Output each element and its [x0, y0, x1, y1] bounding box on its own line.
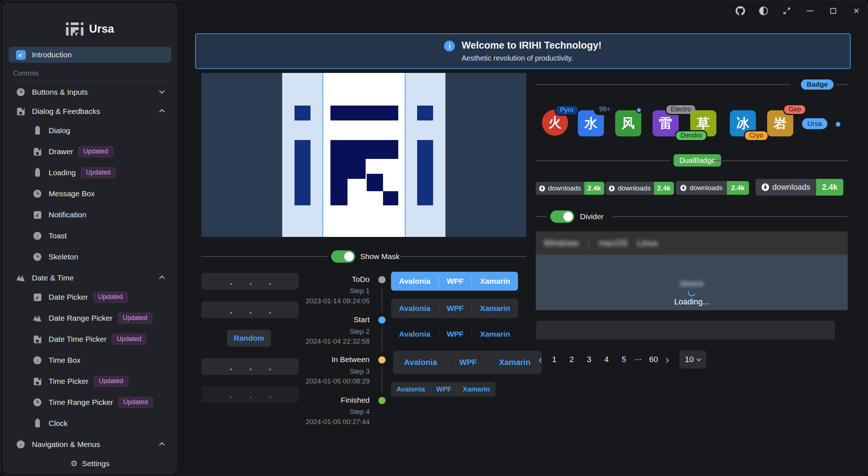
sidebar-item-date-time-picker[interactable]: Date Time PickerUpdated: [9, 331, 171, 347]
timeline-connector: [382, 287, 382, 313]
sidebar-group-label-text: Controls: [13, 69, 39, 77]
group-button-wpf[interactable]: WPF: [448, 358, 488, 367]
sidebar-item-label: Skeleton: [49, 253, 78, 261]
sidebar-item-date-range-picker[interactable]: Date Range PickerUpdated: [9, 310, 171, 326]
battery-icon: [32, 420, 43, 427]
titlebar: ×: [734, 5, 863, 17]
group-button-avalonia[interactable]: Avalonia: [391, 385, 431, 393]
ursa-badge-pill: Ursa: [802, 118, 827, 129]
minimize-icon[interactable]: [804, 5, 816, 17]
github-icon[interactable]: [734, 5, 746, 17]
dot-separator: [230, 369, 232, 370]
group-button-xamarin[interactable]: Xamarin: [472, 330, 518, 338]
pagination-page-3[interactable]: 3: [583, 355, 595, 364]
pagination-page-1[interactable]: 1: [548, 355, 560, 364]
tab-windows[interactable]: Windows: [544, 238, 579, 248]
close-icon[interactable]: ×: [850, 5, 863, 17]
pagination-page-5[interactable]: 5: [618, 355, 630, 364]
pagination-page-last[interactable]: 60: [647, 355, 660, 364]
divider-toggle[interactable]: [550, 210, 574, 223]
sidebar-item-notification[interactable]: ↙Notification: [9, 207, 171, 223]
group-button-wpf[interactable]: WPF: [439, 304, 472, 313]
arrow-square-blue-icon: ↙: [15, 50, 26, 60]
sidebar-nav: ↙IntroductionControlsButtons & InputsDia…: [4, 47, 176, 463]
download-icon-label: downloads: [772, 182, 810, 192]
random-button[interactable]: Random: [227, 330, 271, 346]
group-button-xamarin[interactable]: Xamarin: [472, 277, 518, 286]
sidebar-item-buttons-inputs[interactable]: Buttons & Inputs: [9, 84, 171, 100]
group-button-wpf[interactable]: WPF: [439, 330, 472, 338]
dual-badge-label: downloads: [605, 182, 654, 195]
sidebar-item-label: Introduction: [32, 50, 72, 59]
sidebar-item-label: Date Range Picker: [49, 314, 112, 323]
button-group-dark-small: AvaloniaWPFXamarin: [391, 382, 495, 397]
sidebar-item-navigation-menus[interactable]: ♪Navigation & Menus: [9, 436, 171, 452]
group-button-avalonia[interactable]: Avalonia: [391, 304, 439, 313]
note-icon: ♪: [15, 440, 26, 448]
sidebar-item-date-picker[interactable]: ↙Date PickerUpdated: [9, 289, 171, 305]
trees-icon: [15, 274, 26, 282]
standalone-dot-badge: [836, 122, 840, 127]
group-button-xamarin[interactable]: Xamarin: [488, 358, 542, 367]
group-button-xamarin[interactable]: Xamarin: [457, 385, 495, 393]
pagination-page-2[interactable]: 2: [565, 355, 578, 364]
tab-macos[interactable]: macOS: [598, 238, 628, 248]
logo-block: [330, 159, 366, 179]
group-button-wpf[interactable]: WPF: [431, 385, 457, 393]
sidebar-item-label: Toast: [49, 231, 67, 240]
loading-panel-tabs: Windows macOS Linux: [536, 231, 848, 255]
dual-badge: downloads2.4k: [536, 182, 604, 195]
pagination-next[interactable]: ›: [665, 354, 670, 365]
dualbadge-divider-line: [713, 160, 848, 161]
sidebar-item-label: Date Time Picker: [49, 335, 107, 344]
show-mask-toggle[interactable]: [331, 250, 355, 263]
divider-line: [201, 256, 328, 257]
sidebar-item-dialog[interactable]: Dialog: [9, 123, 171, 139]
empty-input[interactable]: [536, 321, 835, 340]
sidebar-item-label: Dialog & Feedbacks: [32, 107, 100, 116]
sidebar-item-loading[interactable]: LoadingUpdated: [9, 165, 171, 181]
sidebar-item-skeleton[interactable]: Skeleton: [9, 249, 171, 265]
sidebar-item-time-box[interactable]: ♪Time Box: [9, 352, 171, 368]
sidebar-item-clock[interactable]: Clock: [9, 415, 171, 431]
group-button-xamarin[interactable]: Xamarin: [472, 304, 518, 313]
page-size-dropdown[interactable]: 10: [679, 350, 706, 369]
sidebar-item-drawer[interactable]: DrawerUpdated: [9, 144, 171, 160]
sidebar-item-toast[interactable]: ♪Toast: [9, 228, 171, 244]
timeline-step-date: 2024-01-05 00:27:44: [279, 418, 370, 426]
group-button-avalonia[interactable]: Avalonia: [391, 277, 439, 286]
group-button-avalonia[interactable]: Avalonia: [393, 358, 448, 367]
download-icon-label: downloads: [690, 184, 723, 192]
dual-badge-value: 2.4k: [727, 181, 749, 195]
expand-icon[interactable]: [781, 5, 793, 17]
dot-separator: [250, 283, 251, 285]
pagination-page-4[interactable]: 4: [600, 355, 613, 364]
sidebar-item-introduction[interactable]: ↙Introduction: [9, 47, 171, 63]
dot-separator: [230, 397, 232, 398]
sidebar-item-label: Time Picker: [49, 377, 89, 386]
badge-label: 99+: [594, 104, 616, 115]
sidebar-item-dialog-feedbacks[interactable]: Dialog & Feedbacks: [9, 103, 171, 119]
maximize-icon[interactable]: [827, 5, 839, 17]
floppy-icon: [32, 336, 43, 343]
tab-linux[interactable]: Linux: [637, 238, 658, 248]
group-button-wpf[interactable]: WPF: [439, 277, 472, 286]
button-group-solid: AvaloniaWPFXamarin: [391, 272, 518, 291]
timeline-dot: [378, 397, 386, 404]
info-icon: i: [444, 41, 455, 52]
badge-divider-line: [536, 84, 790, 85]
app-title: Ursa: [89, 22, 114, 36]
sidebar-item-date-time[interactable]: Date & Time: [9, 270, 171, 286]
download-icon-label: downloads: [548, 184, 581, 192]
sidebar-item-message-box[interactable]: Message Box: [9, 186, 171, 202]
dual-badge-label: downloads: [676, 181, 727, 195]
group-button-avalonia[interactable]: Avalonia: [391, 330, 439, 338]
badge-dot: [636, 107, 642, 113]
sidebar-item-time-range-picker[interactable]: Time Range PickerUpdated: [9, 394, 171, 410]
theme-toggle-icon[interactable]: [757, 5, 770, 17]
settings-button[interactable]: ⚙ Settings: [4, 454, 176, 473]
dot-separator: [250, 397, 251, 398]
pagination-prev[interactable]: ‹: [538, 354, 543, 365]
logo-block: [417, 140, 433, 205]
sidebar-item-time-picker[interactable]: Time PickerUpdated: [9, 373, 171, 389]
